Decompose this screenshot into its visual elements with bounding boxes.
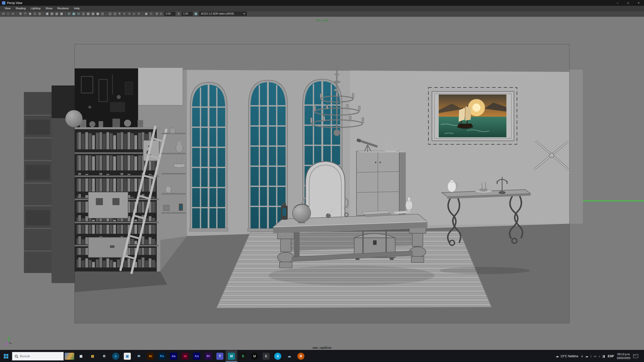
edge[interactable]: e: [110, 350, 122, 362]
onedrive[interactable]: ☁: [284, 350, 295, 362]
maya[interactable]: M: [226, 350, 237, 362]
camera-name-label: cam_cap2Ests: [289, 346, 355, 349]
upper-cabinet[interactable]: [138, 68, 183, 105]
display-icon[interactable]: ▭: [594, 354, 596, 358]
field-chart[interactable]: ▨: [91, 12, 95, 16]
onedrive-icon[interactable]: ☁: [585, 354, 588, 358]
arched-window-1[interactable]: [189, 82, 228, 231]
blender[interactable]: B: [295, 350, 307, 362]
safe-title[interactable]: ◰: [100, 12, 105, 16]
isolate-select[interactable]: ◉: [144, 12, 148, 16]
gamma-field[interactable]: 1.00: [182, 12, 193, 16]
volume-icon[interactable]: ♪: [599, 354, 600, 358]
exposure-icon[interactable]: ◐: [159, 12, 163, 16]
minimize-button[interactable]: –: [612, 0, 623, 6]
color-management-icon[interactable]: ▣: [194, 12, 198, 16]
toolbar-icon[interactable]: [106, 12, 106, 16]
menu-item[interactable]: View: [2, 7, 13, 10]
search-input[interactable]: [20, 354, 58, 358]
x-ray[interactable]: ○: [149, 12, 153, 16]
image-plane[interactable]: ▦: [59, 12, 64, 16]
lighting-toggle[interactable]: ☀: [117, 12, 122, 16]
app-icon: Pr: [205, 353, 212, 360]
tall-cabinet[interactable]: [356, 151, 406, 215]
action-center-icon[interactable]: [633, 354, 638, 358]
weather-widget[interactable]: ☁ 13°C Neblina: [556, 354, 578, 358]
resolution-gate[interactable]: ◫: [81, 12, 86, 16]
frame-selected[interactable]: ◲: [113, 12, 117, 16]
maximize-button[interactable]: □: [623, 0, 633, 6]
shadows-toggle[interactable]: ◐: [122, 12, 127, 16]
taskbar-clock[interactable]: 09:13 p.m. 18/02/2023: [617, 352, 630, 360]
toolbar-icon[interactable]: [43, 12, 44, 16]
widgets[interactable]: [64, 350, 75, 362]
lasso-select[interactable]: ◌: [6, 12, 10, 16]
camera-bookmarks[interactable]: ▥: [55, 12, 59, 16]
illustrator[interactable]: Ai: [145, 350, 156, 362]
menu-item[interactable]: Lighting: [28, 7, 43, 10]
app-icon: S: [274, 353, 281, 360]
view-transform-dropdown[interactable]: ACES 1.0 SDR-video (sRGB) ▾: [199, 12, 247, 16]
epic-games[interactable]: E: [260, 350, 272, 362]
film-gate[interactable]: ▭: [76, 12, 81, 16]
menu-item[interactable]: Help: [71, 7, 82, 10]
motion-blur[interactable]: ◒: [132, 12, 136, 16]
network-icon[interactable]: ↕: [590, 354, 592, 358]
close-button[interactable]: ×: [633, 0, 644, 6]
toolbar-icon[interactable]: [65, 12, 65, 16]
perspective-viewport[interactable]: 960 x 540: [0, 17, 644, 350]
grid-toggle[interactable]: ▦: [72, 12, 76, 16]
snap-to-curve[interactable]: ◠: [23, 12, 27, 16]
teams[interactable]: T: [214, 350, 226, 362]
menu-item[interactable]: Shading: [13, 7, 28, 10]
toolbar-icon[interactable]: [142, 12, 143, 16]
window-icon: [2, 1, 5, 5]
menu-item[interactable]: Show: [43, 7, 55, 10]
two-d-pan-zoom[interactable]: ⊡: [67, 12, 71, 16]
skype[interactable]: S: [272, 350, 284, 362]
substance-painter[interactable]: S: [237, 350, 249, 362]
task-view[interactable]: ▦: [75, 350, 87, 362]
safe-action[interactable]: ▩: [96, 12, 100, 16]
store[interactable]: ▣: [122, 350, 133, 362]
display-settings-gear-icon[interactable]: ∗: [155, 12, 159, 16]
snap-to-point[interactable]: ◆: [28, 12, 32, 16]
start-button[interactable]: [0, 350, 12, 362]
unreal-engine[interactable]: U: [249, 350, 260, 362]
gate-mask[interactable]: ▧: [86, 12, 90, 16]
app-icon: ▤: [89, 353, 96, 360]
select-tool[interactable]: ▭: [1, 12, 6, 16]
snap-to-plane[interactable]: ◇: [33, 12, 37, 16]
app-icon: M: [228, 353, 235, 360]
anti-aliasing[interactable]: ≈: [137, 12, 141, 16]
screen-space-ao[interactable]: ◑: [127, 12, 131, 16]
toolbar-icon[interactable]: [17, 12, 17, 16]
premiere[interactable]: Pr: [203, 350, 214, 362]
bookshelf[interactable]: [75, 119, 160, 272]
photoshop[interactable]: Ps: [156, 350, 168, 362]
hidden-icons-chevron[interactable]: ∧: [581, 354, 583, 358]
scene-outside-gate: [20, 77, 75, 283]
snap-to-grid[interactable]: ⊞: [18, 12, 23, 16]
usb-icon[interactable]: ◨: [602, 354, 605, 358]
animate[interactable]: An: [191, 350, 203, 362]
after-effects[interactable]: Ae: [168, 350, 179, 362]
frame-all[interactable]: ◱: [108, 12, 112, 16]
app-icon: ⚙: [101, 353, 108, 360]
indesign[interactable]: Id: [179, 350, 191, 362]
viewport-toolbar: ▭◌▱⊞◠◆◇◎▣▤▥▦⊡▦▭◫▧▨▩◰◱◲☀◐◑◒≈◉○ ∗ ◐ 0.00 ◑…: [0, 11, 644, 17]
resolution-gate-label: 960 x 540: [302, 19, 342, 22]
ship-painting[interactable]: [428, 87, 517, 144]
camera-lock[interactable]: ▣: [45, 12, 49, 16]
camera-attributes[interactable]: ▤: [50, 12, 54, 16]
taskbar-search[interactable]: [12, 352, 64, 360]
language-indicator[interactable]: ESP: [608, 354, 614, 358]
settings[interactable]: ⚙: [98, 350, 110, 362]
make-live[interactable]: ◎: [37, 12, 42, 16]
menu-item[interactable]: Renderer: [55, 7, 71, 10]
mail[interactable]: ✉: [133, 350, 145, 362]
exposure-field[interactable]: 0.00: [164, 12, 175, 16]
file-explorer[interactable]: ▤: [87, 350, 98, 362]
paint-select[interactable]: ▱: [11, 12, 15, 16]
gamma-icon[interactable]: ◑: [176, 12, 181, 16]
